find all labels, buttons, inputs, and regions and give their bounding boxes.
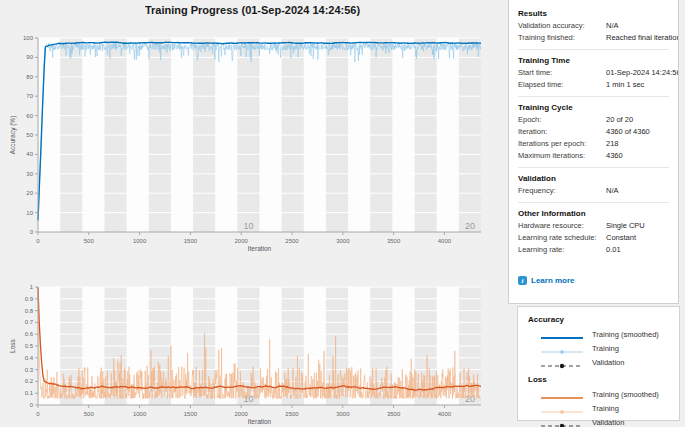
- svg-text:10: 10: [26, 210, 33, 216]
- section-validation: Validation Frequency: N/A: [518, 172, 669, 197]
- row-label: Validation accuracy:: [518, 20, 606, 32]
- legend-label: Validation: [592, 358, 624, 367]
- line-sample-smoothed-icon: [539, 329, 585, 339]
- svg-text:0.1: 0.1: [25, 390, 34, 396]
- legend-panel: Accuracy Training (smoothed) Training Va…: [517, 306, 680, 421]
- svg-text:0: 0: [36, 238, 40, 244]
- line-sample-raw-icon: [539, 343, 585, 353]
- row-learning-rate-schedule: Learning rate schedule: Constant: [518, 232, 669, 244]
- row-label: Start time:: [518, 67, 606, 79]
- svg-text:1500: 1500: [184, 238, 198, 244]
- legend-entry: Training (smoothed): [528, 327, 671, 341]
- divider: [518, 167, 669, 168]
- svg-text:20: 20: [26, 190, 33, 196]
- row-frequency: Frequency: N/A: [518, 185, 669, 197]
- svg-text:0.9: 0.9: [25, 296, 34, 302]
- svg-text:0: 0: [30, 229, 34, 235]
- section-title: Results: [518, 7, 669, 20]
- svg-text:0: 0: [30, 402, 34, 408]
- legend-entry: Training: [528, 401, 671, 415]
- svg-text:3000: 3000: [336, 238, 350, 244]
- accuracy-chart: 1020050010001500200025003000350040000102…: [0, 0, 505, 264]
- divider: [518, 96, 669, 97]
- svg-text:500: 500: [84, 238, 95, 244]
- legend-entry: Validation: [528, 355, 671, 369]
- svg-text:0.8: 0.8: [25, 308, 34, 314]
- svg-text:40: 40: [26, 151, 33, 157]
- row-label: Iterations per epoch:: [518, 138, 606, 150]
- legend-label: Validation: [592, 418, 624, 427]
- row-label: Maximum iterations:: [518, 150, 606, 162]
- learn-more-link[interactable]: i Learn more: [518, 276, 669, 285]
- row-label: Epoch:: [518, 114, 606, 126]
- row-validation-accuracy: Validation accuracy: N/A: [518, 20, 669, 32]
- section-title: Other Information: [518, 207, 669, 220]
- section-title: Training Time: [518, 54, 669, 67]
- svg-text:0: 0: [36, 411, 40, 417]
- section-results: Results Validation accuracy: N/A Trainin…: [518, 7, 669, 44]
- svg-text:70: 70: [26, 93, 33, 99]
- svg-text:60: 60: [26, 113, 33, 119]
- svg-text:2000: 2000: [235, 238, 249, 244]
- svg-text:3000: 3000: [336, 411, 350, 417]
- row-value: N/A: [606, 185, 619, 197]
- training-info-panel: Results Validation accuracy: N/A Trainin…: [508, 0, 679, 304]
- svg-text:0.2: 0.2: [25, 378, 34, 384]
- learn-more-label: Learn more: [531, 276, 575, 285]
- svg-text:1: 1: [30, 284, 34, 290]
- row-maximum-iterations: Maximum iterations: 4360: [518, 150, 669, 162]
- section-training-time: Training Time Start time: 01-Sep-2024 14…: [518, 54, 669, 91]
- legend-group-title: Accuracy: [528, 315, 671, 324]
- legend-entry: Training (smoothed): [528, 387, 671, 401]
- row-epoch: Epoch: 20 of 20: [518, 114, 669, 126]
- section-training-cycle: Training Cycle Epoch: 20 of 20 Iteration…: [518, 101, 669, 162]
- row-iterations-per-epoch: Iterations per epoch: 218: [518, 138, 669, 150]
- svg-text:0.4: 0.4: [25, 355, 34, 361]
- training-progress-window: Training Progress (01-Sep-2024 14:24:56)…: [0, 0, 685, 427]
- svg-text:1000: 1000: [133, 238, 147, 244]
- row-value: Reached final iteration: [606, 32, 679, 44]
- row-value: 218: [606, 138, 619, 150]
- section-title: Training Cycle: [518, 101, 669, 114]
- legend-label: Training (smoothed): [592, 390, 659, 399]
- row-value: Constant: [606, 232, 636, 244]
- svg-text:90: 90: [26, 54, 33, 60]
- divider: [518, 49, 669, 50]
- svg-text:0.3: 0.3: [25, 367, 34, 373]
- line-sample-validation-icon: [539, 357, 585, 367]
- row-label: Training finished:: [518, 32, 606, 44]
- row-elapsed-time: Elapsed time: 1 min 1 sec: [518, 79, 669, 91]
- row-label: Iteration:: [518, 126, 606, 138]
- row-value: N/A: [606, 20, 619, 32]
- row-label: Hardware resource:: [518, 220, 606, 232]
- svg-text:2500: 2500: [285, 411, 299, 417]
- svg-text:30: 30: [26, 171, 33, 177]
- row-value: 4360: [606, 150, 623, 162]
- legend-label: Training (smoothed): [592, 330, 659, 339]
- row-hardware-resource: Hardware resource: Single CPU: [518, 220, 669, 232]
- svg-text:0.6: 0.6: [25, 331, 34, 337]
- legend-entry: Training: [528, 341, 671, 355]
- svg-text:10: 10: [243, 221, 253, 231]
- svg-text:20: 20: [465, 221, 475, 231]
- svg-text:20: 20: [465, 394, 475, 404]
- legend-group-title: Loss: [528, 375, 671, 384]
- svg-text:4000: 4000: [438, 238, 452, 244]
- row-label: Learning rate:: [518, 244, 606, 256]
- svg-text:3500: 3500: [387, 411, 401, 417]
- svg-text:80: 80: [26, 74, 33, 80]
- svg-text:0.5: 0.5: [25, 343, 34, 349]
- svg-text:2500: 2500: [285, 238, 299, 244]
- row-value: 20 of 20: [606, 114, 633, 126]
- row-learning-rate: Learning rate: 0.01: [518, 244, 669, 256]
- svg-text:Iteration: Iteration: [248, 245, 272, 252]
- line-sample-raw-icon: [539, 403, 585, 413]
- legend-group-loss: Loss Training (smoothed) Training Valida…: [528, 375, 671, 427]
- svg-text:100: 100: [23, 35, 34, 41]
- row-training-finished: Training finished: Reached final iterati…: [518, 32, 669, 44]
- section-other-information: Other Information Hardware resource: Sin…: [518, 207, 669, 256]
- loss-chart: 10200500100015002000250030003500400000.1…: [0, 262, 505, 427]
- row-iteration: Iteration: 4360 of 4360: [518, 126, 669, 138]
- row-label: Learning rate schedule:: [518, 232, 606, 244]
- row-value: 1 min 1 sec: [606, 79, 644, 91]
